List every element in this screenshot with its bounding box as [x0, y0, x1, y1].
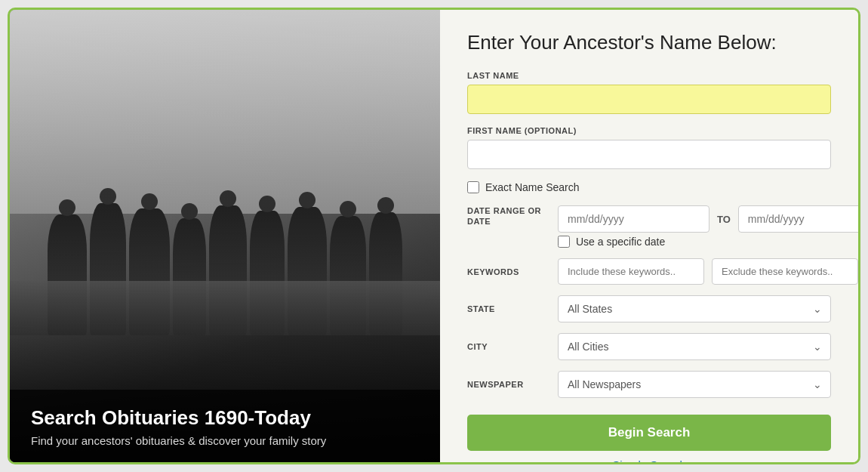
form-panel: Enter Your Ancestor's Name Below: LAST N…: [440, 10, 858, 462]
date-end-input[interactable]: [738, 205, 858, 233]
newspaper-label: NEWSPAPER: [467, 380, 558, 389]
simple-search-link[interactable]: Simple Search: [467, 458, 831, 462]
state-field: STATE All States Alabama Alaska Arizona …: [467, 295, 831, 322]
newspaper-field: NEWSPAPER All Newspapers ⌄: [467, 371, 831, 398]
state-select[interactable]: All States Alabama Alaska Arizona Califo…: [558, 295, 831, 322]
date-inputs: TO Use a specific date: [558, 205, 858, 248]
state-label: STATE: [467, 304, 558, 313]
include-keywords-input[interactable]: [558, 258, 704, 285]
caption-title: Search Obituaries 1690-Today: [31, 406, 419, 430]
form-heading: Enter Your Ancestor's Name Below:: [467, 31, 831, 54]
last-name-label: LAST NAME: [467, 71, 831, 80]
exact-name-row: Exact Name Search: [467, 181, 831, 193]
exact-name-checkbox[interactable]: [467, 181, 479, 193]
specific-date-row: Use a specific date: [558, 236, 858, 248]
to-label: TO: [717, 214, 731, 225]
last-name-group: LAST NAME: [467, 71, 831, 114]
city-label: CITY: [467, 342, 558, 351]
city-select[interactable]: All Cities: [558, 333, 831, 360]
first-name-input[interactable]: [467, 140, 831, 169]
date-range-section: DATE RANGE ORDATE TO Use a specific date: [467, 205, 831, 248]
keywords-label: KEYWORDS: [467, 267, 558, 276]
exact-name-label: Exact Name Search: [485, 181, 580, 193]
specific-date-checkbox[interactable]: [558, 236, 570, 248]
first-name-label: FIRST NAME (optional): [467, 126, 831, 135]
main-container: Search Obituaries 1690-Today Find your a…: [8, 8, 860, 464]
photo-panel: Search Obituaries 1690-Today Find your a…: [10, 10, 440, 462]
newspaper-select-wrapper: All Newspapers ⌄: [558, 371, 831, 398]
photo-caption: Search Obituaries 1690-Today Find your a…: [10, 390, 440, 462]
caption-subtitle: Find your ancestors' obituaries & discov…: [31, 434, 419, 447]
date-range-label: DATE RANGE ORDATE: [467, 205, 558, 227]
begin-search-button[interactable]: Begin Search: [467, 415, 831, 451]
date-start-input[interactable]: [558, 205, 709, 233]
state-select-wrapper: All States Alabama Alaska Arizona Califo…: [558, 295, 831, 322]
date-row: TO: [558, 205, 858, 233]
specific-date-label: Use a specific date: [576, 236, 665, 248]
keywords-field: KEYWORDS: [467, 258, 831, 285]
newspaper-select[interactable]: All Newspapers: [558, 371, 831, 398]
last-name-input[interactable]: [467, 85, 831, 114]
keywords-inputs: [558, 258, 858, 285]
city-field: CITY All Cities ⌄: [467, 333, 831, 360]
city-select-wrapper: All Cities ⌄: [558, 333, 831, 360]
exclude-keywords-input[interactable]: [712, 258, 858, 285]
first-name-group: FIRST NAME (optional): [467, 126, 831, 169]
